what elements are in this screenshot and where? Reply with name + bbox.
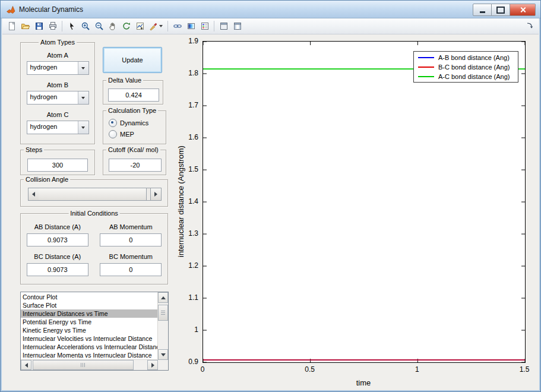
link-plot-icon bbox=[173, 21, 182, 31]
maximize-icon bbox=[496, 7, 505, 14]
minimize-icon bbox=[480, 11, 485, 13]
ab-distance-cell: AB Distance (A) bbox=[21, 223, 94, 246]
titlebar[interactable]: Molecular Dynamics bbox=[1, 1, 540, 18]
slider-left-arrow[interactable] bbox=[29, 188, 39, 200]
bc-distance-field[interactable] bbox=[27, 263, 88, 276]
tool-zoom-out[interactable] bbox=[92, 20, 106, 33]
atom-a-field: Atom A hydrogen bbox=[27, 52, 89, 75]
tool-save-figure[interactable] bbox=[32, 20, 46, 33]
close-button[interactable] bbox=[510, 4, 536, 16]
vertical-scrollbar[interactable] bbox=[157, 292, 168, 360]
initial-conditions-grid: AB Distance (A) AB Momentum BC Distance … bbox=[21, 223, 167, 276]
data-cursor-icon bbox=[135, 21, 145, 31]
scroll-right-button[interactable] bbox=[147, 360, 158, 370]
radio-dynamics[interactable]: Dynamics bbox=[109, 119, 166, 127]
insert-colorbar-icon bbox=[186, 21, 196, 31]
collision-angle-slider[interactable] bbox=[28, 188, 162, 201]
chevron-down-icon[interactable] bbox=[78, 62, 88, 74]
dock-figure-button[interactable] bbox=[524, 20, 535, 31]
steps-title: Steps bbox=[24, 146, 44, 154]
scroll-left-button[interactable] bbox=[21, 360, 31, 370]
collision-angle-title: Collision Angle bbox=[24, 176, 70, 184]
chevron-down-icon[interactable] bbox=[78, 121, 88, 134]
horizontal-scroll-thumb[interactable] bbox=[33, 360, 134, 370]
list-item[interactable]: Potential Energy vs Time bbox=[21, 318, 158, 326]
print-figure-icon bbox=[48, 21, 58, 31]
radio-icon bbox=[109, 119, 117, 127]
list-item[interactable]: Internuclear Velocities vs Internuclear … bbox=[21, 334, 158, 343]
y-tick-label: 1.4 bbox=[170, 197, 198, 206]
radio-mep[interactable]: MEP bbox=[109, 130, 166, 138]
scroll-up-button[interactable] bbox=[158, 292, 168, 303]
list-item[interactable]: Contour Plot bbox=[21, 293, 158, 301]
chevron-down-icon[interactable] bbox=[78, 91, 88, 104]
atom-c-select[interactable]: hydrogen bbox=[27, 121, 89, 134]
toolbar bbox=[2, 18, 539, 34]
y-tick-label: 1 bbox=[170, 325, 198, 334]
maximize-button[interactable] bbox=[492, 4, 510, 16]
tool-rotate-3d[interactable] bbox=[119, 20, 133, 33]
tool-hide-plot-tools[interactable] bbox=[217, 20, 230, 33]
tool-show-plot-tools[interactable] bbox=[230, 20, 244, 33]
tool-data-cursor[interactable] bbox=[133, 20, 147, 33]
minimize-button[interactable] bbox=[473, 4, 492, 16]
tool-print-figure[interactable] bbox=[46, 20, 59, 33]
tool-pan[interactable] bbox=[106, 20, 119, 33]
arrow-down-icon bbox=[161, 353, 166, 356]
plot-type-listbox[interactable]: Contour PlotSurface PlotInternuclear Dis… bbox=[20, 292, 169, 371]
tool-brush[interactable] bbox=[147, 20, 160, 33]
y-tick-label: 1.6 bbox=[170, 133, 198, 141]
ab-distance-field[interactable] bbox=[27, 233, 88, 246]
close-icon bbox=[520, 7, 526, 13]
initial-conditions-title: Initial Conditions bbox=[68, 210, 120, 217]
steps-field[interactable] bbox=[27, 159, 88, 172]
slider-thumb[interactable] bbox=[39, 188, 147, 200]
plot-area: internuclear distance (Angstrom) time A-… bbox=[170, 33, 541, 392]
delta-value-title: Delta Value bbox=[106, 77, 143, 84]
pan-icon bbox=[108, 21, 118, 31]
tool-zoom-in[interactable] bbox=[78, 20, 92, 33]
ab-momentum-cell: AB Momentum bbox=[94, 223, 168, 246]
slider-right-arrow[interactable] bbox=[150, 188, 161, 200]
new-figure-icon bbox=[7, 21, 17, 31]
delta-value-field[interactable] bbox=[108, 88, 159, 102]
update-button[interactable]: Update bbox=[103, 47, 162, 73]
arrow-right-icon bbox=[154, 192, 157, 197]
list-item[interactable]: Internuclear Accelerations vs Internucle… bbox=[21, 343, 158, 351]
tool-insert-colorbar[interactable] bbox=[184, 20, 198, 33]
tool-link-plot[interactable] bbox=[170, 20, 184, 33]
x-tick-label: 1.5 bbox=[511, 365, 537, 374]
vertical-scroll-thumb[interactable] bbox=[158, 305, 168, 321]
list-item[interactable]: Kinetic Energy vs Time bbox=[21, 326, 158, 334]
radio-icon bbox=[109, 130, 117, 138]
tool-insert-legend[interactable] bbox=[198, 20, 211, 33]
brush-dropdown-icon[interactable] bbox=[159, 25, 163, 27]
list-item[interactable]: Internuclear Distances vs Time bbox=[21, 309, 158, 318]
bc-distance-cell: BC Distance (A) bbox=[21, 253, 94, 276]
insert-legend-icon bbox=[200, 21, 210, 31]
list-item[interactable]: Internuclear Momenta vs Internuclear Dis… bbox=[21, 351, 158, 359]
tool-new-figure[interactable] bbox=[5, 20, 18, 33]
rotate-3d-icon bbox=[122, 21, 131, 31]
toolbar-separator bbox=[167, 21, 168, 31]
arrow-left-icon bbox=[32, 192, 35, 197]
arrow-left-icon bbox=[25, 363, 28, 368]
axes[interactable] bbox=[203, 41, 526, 363]
open-file-icon bbox=[21, 21, 30, 31]
ab-momentum-field[interactable] bbox=[100, 233, 162, 246]
scroll-down-button[interactable] bbox=[158, 349, 168, 360]
list-item[interactable]: Surface Plot bbox=[21, 301, 158, 309]
atom-a-select[interactable]: hydrogen bbox=[27, 61, 89, 75]
legend[interactable]: A-B bond distance (Ang)B-C bond distance… bbox=[413, 51, 518, 83]
bc-momentum-cell: BC Momentum bbox=[94, 253, 168, 276]
zoom-out-icon bbox=[94, 21, 104, 31]
brush-icon bbox=[149, 21, 159, 31]
atom-b-select[interactable]: hydrogen bbox=[27, 91, 89, 105]
cutoff-field[interactable] bbox=[109, 159, 162, 172]
horizontal-scrollbar[interactable] bbox=[21, 359, 158, 370]
bc-momentum-field[interactable] bbox=[100, 263, 162, 276]
dock-figure-icon bbox=[526, 21, 534, 30]
tool-open-file[interactable] bbox=[18, 20, 32, 33]
steps-panel: Steps bbox=[20, 150, 95, 175]
tool-edit-plot[interactable] bbox=[65, 20, 78, 33]
